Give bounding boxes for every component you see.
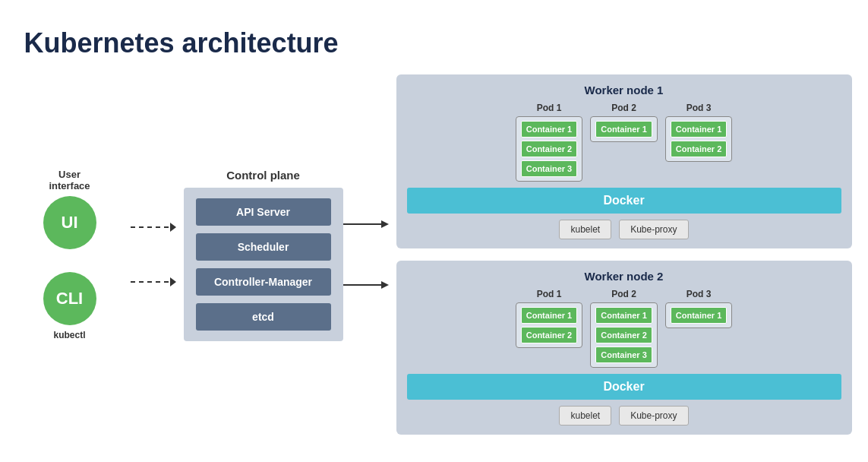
- page-title: Kubernetes architecture: [24, 27, 852, 59]
- wn2-pod1: Pod 1 Container 1 Container 2: [516, 289, 583, 368]
- cp-etcd: etcd: [196, 303, 331, 331]
- ui-circle: UI: [43, 196, 96, 249]
- wn2-pod1-label: Pod 1: [537, 289, 562, 299]
- wn2-pod1-c2: Container 2: [521, 327, 578, 343]
- worker-node-2: Worker node 2 Pod 1 Container 1 Containe…: [396, 261, 852, 435]
- cli-arrow-head: [170, 277, 176, 286]
- wn1-infra: kubelet Kube-proxy: [407, 220, 841, 239]
- wn1-pod1: Pod 1 Container 1 Container 2 Container …: [516, 103, 583, 182]
- cp-controller-manager: Controller-Manager: [196, 268, 331, 296]
- svg-marker-1: [381, 220, 389, 228]
- kubectl-label: kubectl: [53, 330, 85, 340]
- cli-circle: CLI: [43, 272, 96, 325]
- wn2-docker: Docker: [407, 374, 841, 400]
- wn2-pod3-label: Pod 3: [687, 289, 712, 299]
- wn2-pod2-c1: Container 1: [595, 307, 652, 324]
- ui-group: Userinterface UI: [43, 169, 96, 249]
- control-plane-wrapper: Control plane API Server Scheduler Contr…: [184, 169, 343, 341]
- svg-marker-3: [381, 281, 389, 289]
- wn1-docker: Docker: [407, 188, 841, 214]
- wn1-kubelet: kubelet: [559, 220, 611, 239]
- ui-label: Userinterface: [49, 169, 90, 191]
- wn1-pod3-c1: Container 1: [671, 121, 728, 138]
- wn1-pod2-label: Pod 2: [611, 103, 636, 113]
- right-panel: Worker node 1 Pod 1 Container 1 Containe…: [396, 74, 852, 435]
- wn2-pod1-c1: Container 1: [521, 307, 578, 324]
- cli-dotted-line: [131, 281, 169, 283]
- arrows-svg: [343, 148, 396, 361]
- cp-api-server: API Server: [196, 198, 331, 226]
- wn1-kube-proxy: Kube-proxy: [619, 220, 688, 239]
- wn2-pod1-inner: Container 1 Container 2: [516, 302, 583, 348]
- left-panel: Userinterface UI CLI kubectl: [17, 169, 123, 340]
- worker-node-1-title: Worker node 1: [407, 84, 841, 97]
- wn1-pod2: Pod 2 Container 1: [590, 103, 658, 182]
- control-plane-box: API Server Scheduler Controller-Manager …: [184, 188, 343, 341]
- wn1-pod1-c2: Container 2: [521, 141, 578, 157]
- worker-node-2-title: Worker node 2: [407, 270, 841, 283]
- wn2-pod2: Pod 2 Container 1 Container 2 Container …: [590, 289, 658, 368]
- cp-scheduler: Scheduler: [196, 233, 331, 261]
- wn1-pod3-inner: Container 1 Container 2: [665, 116, 733, 162]
- wn1-pod1-label: Pod 1: [537, 103, 562, 113]
- dotted-arrows: [123, 223, 184, 286]
- wn2-pod3-inner: Container 1: [665, 302, 733, 328]
- wn1-pod1-c1: Container 1: [521, 121, 578, 138]
- cli-group: CLI kubectl: [43, 272, 96, 340]
- wn2-pod2-c3: Container 3: [595, 346, 652, 363]
- diagram: Kubernetes architecture Userinterface UI…: [17, 11, 852, 451]
- main-content: Userinterface UI CLI kubectl: [17, 74, 852, 435]
- wn2-pod2-c2: Container 2: [595, 327, 652, 343]
- wn2-pod3-c1: Container 1: [671, 307, 728, 324]
- worker-node-1: Worker node 1 Pod 1 Container 1 Containe…: [396, 74, 852, 248]
- cli-arrow: [131, 277, 176, 286]
- wn1-pod1-inner: Container 1 Container 2 Container 3: [516, 116, 583, 182]
- wn2-kube-proxy: Kube-proxy: [619, 406, 688, 426]
- wn1-pod3-label: Pod 3: [687, 103, 712, 113]
- wn2-kubelet: kubelet: [559, 406, 611, 426]
- wn1-pod2-inner: Container 1: [590, 116, 658, 142]
- wn2-infra: kubelet Kube-proxy: [407, 406, 841, 426]
- worker-node-2-pods: Pod 1 Container 1 Container 2 Pod 2 Cont…: [407, 289, 841, 368]
- wn1-pod1-c3: Container 3: [521, 160, 578, 177]
- wn2-pod2-label: Pod 2: [611, 289, 636, 299]
- ui-arrow-head: [170, 223, 176, 232]
- wn1-pod2-c1: Container 1: [595, 121, 652, 138]
- control-plane-label: Control plane: [226, 169, 300, 182]
- wn1-pod3-c2: Container 2: [671, 141, 728, 157]
- ui-dotted-line: [131, 226, 169, 228]
- ui-arrow: [131, 223, 176, 232]
- wn1-pod3: Pod 3 Container 1 Container 2: [665, 103, 733, 182]
- mid-arrows: [343, 148, 396, 361]
- wn2-pod2-inner: Container 1 Container 2 Container 3: [590, 302, 658, 368]
- worker-node-1-pods: Pod 1 Container 1 Container 2 Container …: [407, 103, 841, 182]
- wn2-pod3: Pod 3 Container 1: [665, 289, 733, 368]
